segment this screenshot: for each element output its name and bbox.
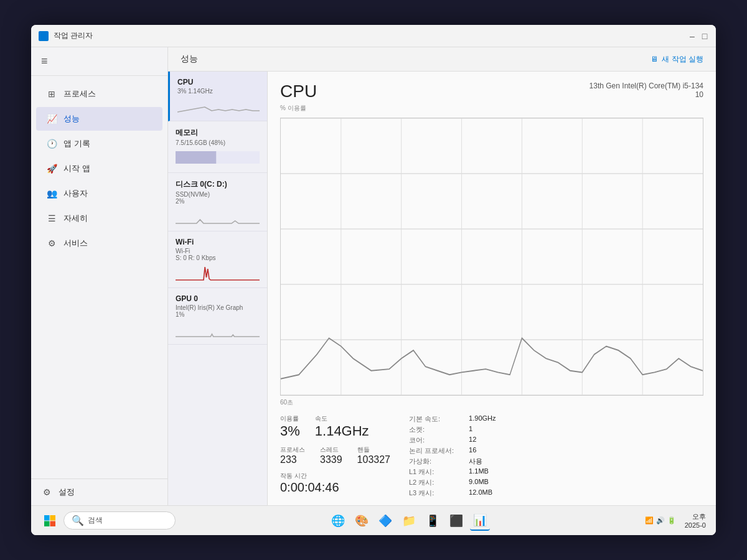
perf-item-cpu-sub: 3% 1.14GHz	[177, 88, 260, 95]
window-controls: – □	[688, 32, 708, 40]
perf-item-gpu-name: GPU 0	[176, 294, 260, 303]
app-history-icon: 🕐	[46, 138, 57, 149]
taskbar-app1-icon[interactable]: 📱	[423, 511, 443, 531]
taskbar-globe-icon[interactable]: 🌐	[328, 511, 348, 531]
new-task-button[interactable]: 🖥 새 작업 실행	[651, 54, 703, 65]
l1-cache-label: L1 캐시:	[409, 467, 454, 477]
startup-icon: 🚀	[46, 163, 57, 174]
handles-value: 103327	[357, 454, 390, 465]
cpu-chart-graph	[280, 118, 703, 396]
right-panel: 성능 🖥 새 작업 실행 CPU 3% 1.14GHz	[168, 47, 716, 505]
sidebar-item-startup[interactable]: 🚀 시작 앱	[36, 157, 162, 180]
memory-mini-chart	[176, 149, 260, 166]
search-label: 검색	[88, 515, 103, 526]
sidebar-item-label: 자세히	[63, 213, 88, 224]
taskbar-colors-icon[interactable]: 🎨	[352, 511, 372, 531]
taskbar-folder-icon[interactable]: 📁	[399, 511, 419, 531]
stats-area: 이용률 3% 속도 1.14GHz 프로세스	[280, 414, 703, 498]
specs-grid: 기본 속도: 1.90GHz 소켓: 1 코어: 12 논리 프로세서: 16 …	[409, 414, 496, 498]
search-icon: 🔍	[72, 515, 84, 526]
windows-logo-icon	[44, 515, 56, 527]
l1-cache-value: 1.1MB	[469, 467, 496, 477]
threads-value: 3339	[320, 454, 342, 465]
svg-rect-17	[50, 521, 56, 526]
perf-item-wifi[interactable]: Wi-Fi Wi-FiS: 0 R: 0 Kbps	[168, 231, 267, 288]
details-icon: ☰	[46, 213, 57, 224]
panel-title: 성능	[181, 54, 198, 65]
settings-button[interactable]: ⚙ 설정	[31, 478, 167, 505]
perf-item-disk-name: 디스크 0(C: D:)	[176, 179, 260, 190]
sidebar-item-services[interactable]: ⚙ 서비스	[36, 231, 162, 255]
speed-value: 1.14GHz	[315, 423, 369, 439]
taskbar-edge-icon[interactable]: 🔷	[375, 511, 395, 531]
time-label: 60초	[280, 398, 703, 407]
task-manager-window: 작업 관리자 – □ ≡ ⊞ 프로세스 📈 성능	[31, 25, 716, 535]
taskbar-search-box[interactable]: 🔍 검색	[63, 511, 176, 530]
processes-label: 프로세스	[280, 446, 305, 454]
cores-label: 코어:	[409, 436, 454, 445]
taskbar-taskmgr-icon[interactable]: 📊	[470, 511, 490, 531]
sidebar-item-app-history[interactable]: 🕐 앱 기록	[36, 132, 162, 156]
taskbar-center-icons: 🌐 🎨 🔷 📁 📱 ⬛ 📊	[178, 511, 640, 531]
clock-display[interactable]: 오후 2025-0	[682, 510, 708, 531]
sidebar-item-label: 앱 기록	[63, 138, 90, 149]
svg-rect-14	[44, 515, 50, 521]
sidebar: ≡ ⊞ 프로세스 📈 성능 🕐 앱 기록 🚀 시작 앱	[31, 47, 168, 505]
new-task-label: 새 작업 실행	[662, 54, 703, 65]
logical-proc-value: 16	[469, 446, 496, 455]
process-icon: ⊞	[46, 88, 57, 100]
svg-rect-1	[176, 151, 216, 164]
start-button[interactable]	[39, 510, 61, 532]
sidebar-item-users[interactable]: 👥 사용자	[36, 182, 162, 205]
sidebar-item-label: 프로세스	[63, 88, 96, 100]
perf-item-disk-sub: SSD(NVMe)2%	[176, 191, 260, 205]
l2-cache-value: 9.0MB	[469, 478, 496, 487]
taskbar-app2-icon[interactable]: ⬛	[446, 511, 466, 531]
taskbar: 🔍 검색 🌐 🎨 🔷 📁 📱 ⬛ 📊 📶 🔊 🔋 오후 2025-0	[31, 505, 716, 535]
system-tray: 📶 🔊 🔋 오후 2025-0	[642, 510, 708, 531]
perf-item-cpu[interactable]: CPU 3% 1.14GHz	[168, 72, 267, 121]
panel-header: 성능 🖥 새 작업 실행	[168, 47, 716, 72]
perf-item-disk[interactable]: 디스크 0(C: D:) SSD(NVMe)2%	[168, 173, 267, 231]
gpu-mini-chart	[176, 320, 260, 338]
settings-icon: ⚙	[41, 487, 52, 498]
window-title: 작업 관리자	[54, 30, 688, 41]
date-text: 2025-0	[685, 521, 706, 529]
sidebar-item-details[interactable]: ☰ 자세히	[36, 207, 162, 230]
handles-stat: 핸들 103327	[357, 446, 390, 465]
hamburger-icon[interactable]: ≡	[41, 55, 48, 67]
sidebar-item-performance[interactable]: 📈 성능	[36, 107, 162, 131]
virtualization-value: 사용	[469, 457, 496, 466]
sys-tray-icons[interactable]: 📶 🔊 🔋	[642, 514, 679, 527]
usage-label: 이용률	[280, 414, 300, 423]
cpu-model-name: 13th Gen Intel(R) Core(TM) i5-134 10	[590, 82, 703, 99]
performance-icon: 📈	[46, 113, 57, 124]
title-bar: 작업 관리자 – □	[31, 25, 716, 47]
perf-item-gpu[interactable]: GPU 0 Intel(R) Iris(R) Xe Graph1%	[168, 288, 267, 345]
usage-speed-group: 이용률 3% 속도 1.14GHz	[280, 414, 390, 439]
perf-item-memory[interactable]: 메모리 7.5/15.6GB (48%)	[168, 121, 267, 173]
maximize-button[interactable]: □	[701, 32, 708, 40]
sockets-label: 소켓:	[409, 425, 454, 434]
l3-cache-label: L3 캐시:	[409, 488, 454, 498]
perf-list: CPU 3% 1.14GHz 메모리 7.5/15.6GB (48%)	[168, 72, 268, 505]
uptime-stat: 작동 시간 0:00:04:46	[280, 472, 390, 495]
processes-stat: 프로세스 233	[280, 446, 305, 465]
base-speed-label: 기본 속도:	[409, 414, 454, 424]
threads-stat: 스레드 3339	[320, 446, 342, 465]
sidebar-item-label: 사용자	[63, 188, 88, 199]
minimize-button[interactable]: –	[688, 32, 696, 40]
perf-item-memory-name: 메모리	[176, 128, 260, 138]
perf-item-wifi-name: Wi-Fi	[176, 238, 260, 246]
sidebar-item-label: 시작 앱	[63, 163, 90, 174]
uptime-value: 0:00:04:46	[280, 480, 390, 495]
sidebar-item-process[interactable]: ⊞ 프로세스	[36, 82, 162, 106]
main-content: ≡ ⊞ 프로세스 📈 성능 🕐 앱 기록 🚀 시작 앱	[31, 47, 716, 505]
speed-label: 속도	[315, 414, 369, 423]
sidebar-header[interactable]: ≡	[31, 47, 167, 76]
users-icon: 👥	[46, 188, 57, 199]
perf-item-cpu-name: CPU	[177, 78, 260, 86]
disk-mini-chart	[176, 207, 260, 225]
svg-rect-16	[44, 521, 50, 526]
chart-title: CPU	[280, 82, 317, 101]
